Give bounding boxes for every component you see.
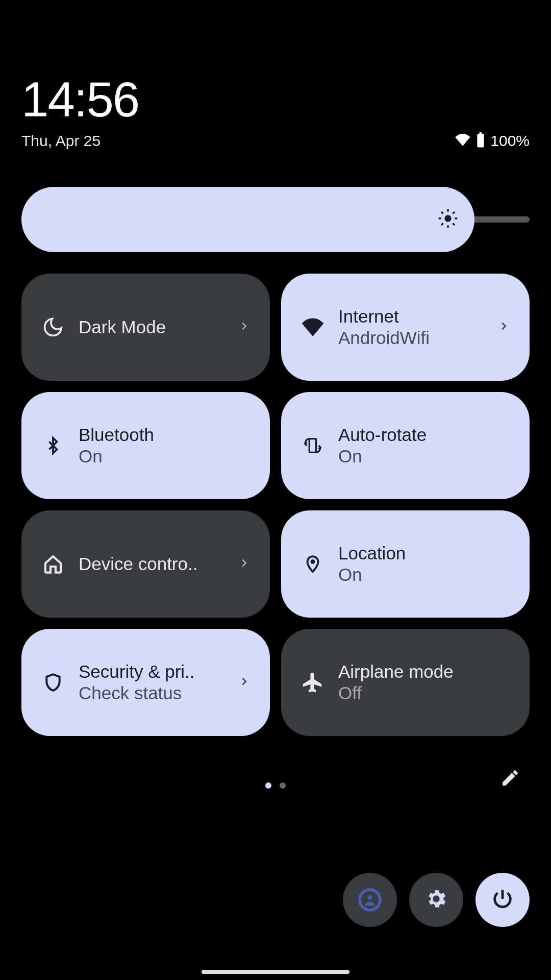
svg-line-9	[441, 224, 443, 226]
tile-subtitle: On	[338, 446, 511, 467]
svg-rect-0	[478, 134, 484, 148]
tile-title: Device contro..	[79, 554, 233, 574]
svg-point-13	[367, 895, 372, 900]
svg-point-12	[311, 560, 315, 564]
tile-title: Location	[338, 543, 511, 564]
page-dot-2[interactable]	[280, 782, 286, 789]
tile-title: Dark Mode	[79, 317, 233, 337]
brightness-icon	[438, 208, 458, 231]
tile-bluetooth[interactable]: Bluetooth On	[21, 392, 270, 499]
tile-auto-rotate[interactable]: Auto-rotate On	[281, 392, 530, 499]
svg-rect-11	[309, 439, 316, 453]
tile-airplane-mode[interactable]: Airplane mode Off	[281, 629, 530, 736]
tile-subtitle: On	[79, 446, 252, 467]
power-icon	[491, 887, 514, 913]
battery-icon	[476, 132, 485, 150]
date: Thu, Apr 25	[21, 132, 101, 150]
gear-icon	[424, 887, 448, 913]
tile-subtitle: AndroidWifi	[338, 328, 493, 348]
settings-button[interactable]	[409, 873, 463, 927]
chevron-right-icon	[238, 321, 252, 334]
tile-security-privacy[interactable]: Security & pri.. Check status	[21, 629, 270, 736]
tile-title: Airplane mode	[338, 662, 511, 682]
svg-line-10	[453, 212, 455, 214]
shield-icon	[40, 671, 66, 694]
svg-line-5	[441, 212, 443, 214]
tile-dark-mode[interactable]: Dark Mode	[21, 274, 270, 381]
tile-title: Security & pri..	[79, 662, 233, 682]
chevron-right-icon	[498, 321, 511, 334]
tile-title: Bluetooth	[79, 425, 252, 445]
user-switcher-button[interactable]	[343, 873, 397, 927]
airplane-icon	[299, 671, 326, 694]
tile-subtitle: On	[338, 565, 511, 585]
clock: 14:56	[21, 71, 530, 128]
wifi-icon	[455, 132, 471, 150]
user-icon	[358, 888, 382, 912]
edit-tiles-button[interactable]	[500, 768, 520, 790]
tile-internet[interactable]: Internet AndroidWifi	[281, 274, 530, 381]
bluetooth-icon	[40, 434, 66, 457]
power-button[interactable]	[475, 873, 530, 927]
tile-subtitle: Check status	[79, 683, 233, 703]
svg-rect-1	[480, 132, 482, 134]
wifi-icon	[299, 316, 326, 338]
chevron-right-icon	[238, 557, 252, 571]
brightness-slider[interactable]	[0, 187, 551, 252]
svg-line-6	[453, 224, 455, 226]
qs-tiles: Dark Mode Internet AndroidWifi Bluetooth…	[0, 252, 551, 757]
battery-percent: 100%	[490, 132, 530, 150]
tile-subtitle: Off	[338, 683, 511, 703]
moon-icon	[40, 316, 66, 338]
footer-actions	[343, 873, 530, 927]
qs-header: 14:56 Thu, Apr 25 100%	[0, 0, 551, 165]
location-icon	[299, 553, 326, 575]
chevron-right-icon	[238, 676, 252, 689]
pager	[0, 757, 551, 798]
home-icon	[40, 554, 66, 574]
rotate-icon	[299, 434, 326, 457]
svg-point-2	[444, 215, 451, 222]
page-dot-1[interactable]	[265, 782, 271, 789]
tile-location[interactable]: Location On	[281, 510, 530, 618]
home-indicator[interactable]	[202, 970, 349, 974]
status-icons: 100%	[455, 132, 530, 150]
tile-title: Internet	[338, 306, 493, 327]
tile-device-controls[interactable]: Device contro..	[21, 510, 270, 618]
tile-title: Auto-rotate	[338, 425, 511, 445]
